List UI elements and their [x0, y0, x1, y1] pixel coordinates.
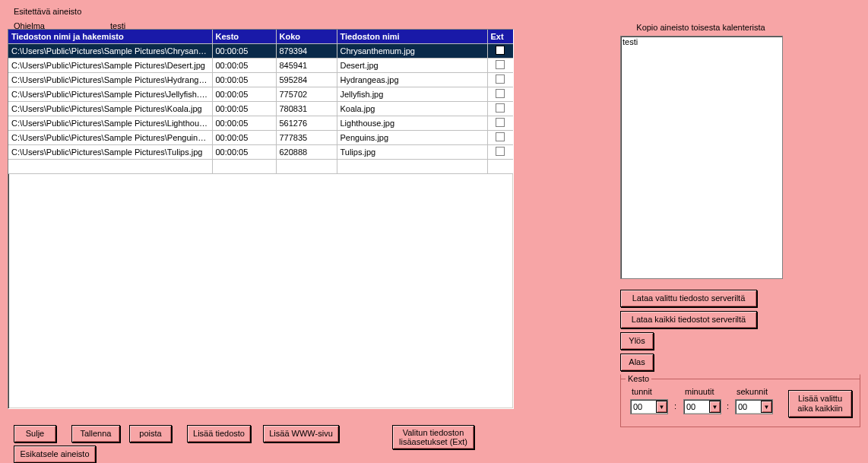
- colon-separator: :: [674, 401, 676, 411]
- col-nimi[interactable]: Tiedoston nimi: [337, 30, 487, 44]
- chevron-down-icon[interactable]: ▼: [656, 401, 667, 413]
- apply-duration-button[interactable]: Lisää valittu aika kaikkiin: [788, 390, 852, 417]
- ext-checkbox[interactable]: [496, 60, 505, 69]
- table-row[interactable]: C:\Users\Public\Pictures\Sample Pictures…: [8, 87, 513, 102]
- cell-koko: 620888: [276, 145, 337, 160]
- cell-path: C:\Users\Public\Pictures\Sample Pictures…: [8, 145, 212, 160]
- duration-group: Kesto tunnit minuutit sekunnit 00 ▼ : 00…: [620, 374, 860, 427]
- save-button[interactable]: Tallenna: [71, 425, 120, 442]
- cell-ext[interactable]: [487, 59, 513, 73]
- table-row[interactable]: C:\Users\Public\Pictures\Sample Pictures…: [8, 145, 513, 160]
- cell-path: [8, 160, 212, 174]
- minutes-value: 00: [684, 402, 709, 411]
- minutes-combo[interactable]: 00 ▼: [683, 399, 721, 414]
- cell-koko: 595284: [276, 73, 337, 87]
- extra-settings-button[interactable]: Valitun tiedoston lisäasetukset (Ext): [392, 425, 474, 449]
- cell-nimi: Hydrangeas.jpg: [337, 73, 487, 87]
- chevron-down-icon[interactable]: ▼: [709, 401, 721, 413]
- table-row[interactable]: C:\Users\Public\Pictures\Sample Pictures…: [8, 73, 513, 87]
- cell-nimi: Koala.jpg: [337, 102, 487, 116]
- cell-path: C:\Users\Public\Pictures\Sample Pictures…: [8, 44, 212, 59]
- cell-ext[interactable]: [487, 145, 513, 160]
- cell-ext[interactable]: [487, 131, 513, 145]
- cell-kesto: 00:00:05: [212, 145, 276, 160]
- cell-path: C:\Users\Public\Pictures\Sample Pictures…: [8, 59, 212, 73]
- cell-kesto: [212, 160, 276, 174]
- hours-value: 00: [631, 402, 656, 411]
- cell-kesto: 00:00:05: [212, 73, 276, 87]
- ext-checkbox[interactable]: [496, 89, 505, 98]
- ext-checkbox[interactable]: [496, 46, 505, 55]
- download-selected-button[interactable]: Lataa valittu tiedosto serveriltä: [620, 290, 757, 307]
- cell-path: C:\Users\Public\Pictures\Sample Pictures…: [8, 87, 212, 102]
- hours-combo[interactable]: 00 ▼: [630, 399, 668, 414]
- ext-checkbox[interactable]: [496, 103, 505, 113]
- preview-button[interactable]: Esikatsele aineisto: [14, 446, 96, 463]
- cell-path: C:\Users\Public\Pictures\Sample Pictures…: [8, 131, 212, 145]
- seconds-label: sekunnit: [737, 387, 768, 396]
- col-koko[interactable]: Koko: [276, 30, 337, 44]
- ext-checkbox[interactable]: [496, 118, 505, 127]
- table-row[interactable]: C:\Users\Public\Pictures\Sample Pictures…: [8, 102, 513, 116]
- table-row[interactable]: [8, 160, 513, 174]
- move-up-button[interactable]: Ylös: [620, 332, 654, 350]
- add-www-button[interactable]: Lisää WWW-sivu: [263, 425, 339, 442]
- cell-nimi: Tulips.jpg: [337, 145, 487, 160]
- col-path[interactable]: Tiedoston nimi ja hakemisto: [8, 30, 212, 44]
- cell-nimi: Chrysanthemum.jpg: [337, 44, 487, 59]
- duration-legend: Kesto: [626, 374, 651, 383]
- cell-ext[interactable]: [487, 116, 513, 131]
- cell-kesto: 00:00:05: [212, 59, 276, 73]
- col-kesto[interactable]: Kesto: [212, 30, 276, 44]
- cell-koko: 879394: [276, 44, 337, 59]
- col-ext[interactable]: Ext: [487, 30, 513, 44]
- hours-label: tunnit: [632, 387, 652, 396]
- add-file-button[interactable]: Lisää tiedosto: [187, 425, 251, 442]
- close-button[interactable]: Sulje: [14, 425, 56, 442]
- page-title: Esitettävä aineisto: [14, 7, 81, 16]
- move-down-button[interactable]: Alas: [620, 354, 654, 371]
- download-all-button[interactable]: Lataa kaikki tiedostot serveriltä: [620, 311, 757, 328]
- colon-separator: :: [727, 401, 729, 411]
- seconds-combo[interactable]: 00 ▼: [735, 399, 773, 414]
- cell-nimi: Jellyfish.jpg: [337, 87, 487, 102]
- ext-checkbox[interactable]: [496, 132, 505, 141]
- cell-nimi: [337, 160, 487, 174]
- table-row[interactable]: C:\Users\Public\Pictures\Sample Pictures…: [8, 131, 513, 145]
- table-row[interactable]: C:\Users\Public\Pictures\Sample Pictures…: [8, 44, 513, 59]
- cell-kesto: 00:00:05: [212, 102, 276, 116]
- cell-koko: 845941: [276, 59, 337, 73]
- cell-kesto: 00:00:05: [212, 131, 276, 145]
- cell-ext[interactable]: [487, 44, 513, 59]
- ext-checkbox[interactable]: [496, 75, 505, 84]
- seconds-value: 00: [736, 402, 761, 411]
- calendar-list[interactable]: testi: [620, 36, 783, 279]
- delete-button[interactable]: poista: [129, 425, 172, 442]
- cell-koko: [276, 160, 337, 174]
- table-row[interactable]: C:\Users\Public\Pictures\Sample Pictures…: [8, 59, 513, 73]
- cell-nimi: Penguins.jpg: [337, 131, 487, 145]
- apply-duration-line1: Lisää valittu: [798, 394, 842, 403]
- copy-title: Kopio aineisto toisesta kalenterista: [629, 23, 772, 32]
- ext-checkbox[interactable]: [496, 147, 505, 156]
- cell-ext[interactable]: [487, 102, 513, 116]
- minutes-label: minuutit: [685, 387, 714, 396]
- cell-kesto: 00:00:05: [212, 87, 276, 102]
- cell-koko: 561276: [276, 116, 337, 131]
- cell-ext[interactable]: [487, 160, 513, 174]
- cell-ext[interactable]: [487, 73, 513, 87]
- cell-nimi: Desert.jpg: [337, 59, 487, 73]
- file-table[interactable]: Tiedoston nimi ja hakemisto Kesto Koko T…: [8, 29, 514, 409]
- cell-koko: 777835: [276, 131, 337, 145]
- cell-path: C:\Users\Public\Pictures\Sample Pictures…: [8, 102, 212, 116]
- chevron-down-icon[interactable]: ▼: [761, 401, 772, 413]
- extra-settings-line1: Valitun tiedoston: [403, 428, 464, 437]
- cell-path: C:\Users\Public\Pictures\Sample Pictures…: [8, 116, 212, 131]
- extra-settings-line2: lisäasetukset (Ext): [399, 437, 467, 446]
- table-row[interactable]: C:\Users\Public\Pictures\Sample Pictures…: [8, 116, 513, 131]
- cell-kesto: 00:00:05: [212, 44, 276, 59]
- cell-koko: 775702: [276, 87, 337, 102]
- list-item[interactable]: testi: [622, 37, 781, 46]
- cell-ext[interactable]: [487, 87, 513, 102]
- cell-kesto: 00:00:05: [212, 116, 276, 131]
